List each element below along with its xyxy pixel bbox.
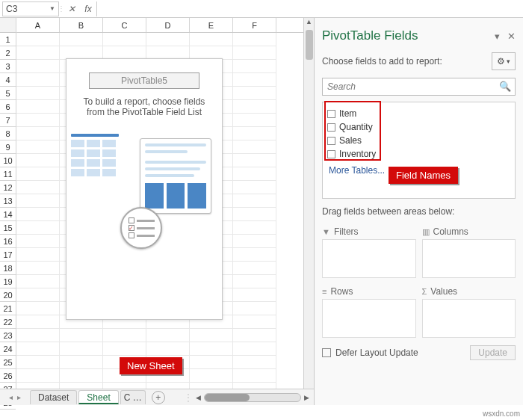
field-search[interactable]: 🔍 (322, 78, 516, 96)
field-item[interactable]: Sales (327, 134, 510, 147)
row-header[interactable]: 21 (0, 302, 16, 315)
column-header[interactable]: A (16, 18, 60, 32)
row-header[interactable]: 25 (0, 356, 16, 369)
field-item[interactable]: Item (327, 107, 510, 120)
nav-prev-icon[interactable]: ◂ (9, 393, 13, 401)
tab-nav[interactable]: ◂ ▸ (0, 393, 30, 401)
update-button[interactable]: Update (470, 345, 516, 360)
scroll-left-icon[interactable]: ◀ (196, 394, 201, 401)
pivottable-placeholder[interactable]: PivotTable5 To build a report, choose fi… (66, 58, 223, 320)
worksheet-area: 1 2 3 4 5 6 7 8 9 10 11 12 13 14 15 16 1… (0, 18, 314, 405)
pivottable-hint: To build a report, choose fields from th… (66, 96, 222, 117)
row-header[interactable]: 16 (0, 235, 16, 248)
field-label: Quantity (339, 122, 373, 132)
defer-layout-checkbox[interactable]: Defer Layout Update (322, 348, 418, 358)
field-item[interactable]: Quantity (327, 120, 510, 134)
tab-sheet[interactable]: Sheet (78, 390, 118, 404)
column-header[interactable]: F (233, 18, 276, 32)
rows-area[interactable]: ≡Rows (322, 284, 416, 338)
row-header[interactable]: 3 (0, 60, 16, 73)
columns-icon: ▥ (422, 227, 430, 237)
row-header[interactable]: 11 (0, 167, 16, 181)
vertical-scrollbar[interactable]: ▲ ▼ (303, 18, 314, 405)
layout-areas: ▼Filters ▥Columns ≡Rows ΣValues (322, 224, 516, 338)
checkbox[interactable] (322, 348, 331, 357)
field-label: Sales (339, 135, 362, 146)
scroll-up-icon[interactable]: ▲ (304, 18, 314, 28)
area-label: Filters (334, 226, 359, 237)
horizontal-scrollbar[interactable] (204, 393, 301, 402)
checkbox[interactable] (327, 110, 335, 118)
settings-button[interactable]: ⚙ ▾ (492, 52, 516, 70)
cells-grid[interactable]: A B C D E F (16, 18, 303, 405)
area-label: Rows (330, 286, 353, 297)
row-header[interactable]: 12 (0, 181, 16, 194)
columns-dropzone[interactable] (422, 239, 516, 278)
field-item[interactable]: Inventory (327, 147, 510, 161)
row-header[interactable]: 9 (0, 140, 16, 154)
close-icon[interactable]: ✕ (507, 31, 516, 42)
column-header[interactable]: E (190, 18, 233, 32)
cancel-icon[interactable]: ✕ (64, 1, 80, 16)
gear-icon: ⚙ (497, 56, 505, 67)
row-header[interactable]: 13 (0, 194, 16, 208)
filters-dropzone[interactable] (322, 239, 416, 278)
rows-dropzone[interactable] (322, 299, 416, 338)
select-all-corner[interactable] (0, 18, 16, 33)
row-header[interactable]: 18 (0, 262, 16, 275)
row-header[interactable]: 4 (0, 73, 16, 87)
row-header[interactable]: 22 (0, 315, 16, 329)
formula-bar: C3 ▼ ⋮ ✕ fx (0, 0, 523, 18)
pivottable-illustration: ✓ (66, 132, 222, 289)
area-label: Values (430, 286, 457, 297)
column-header[interactable]: B (60, 18, 103, 32)
field-label: Inventory (339, 149, 376, 159)
row-header[interactable]: 26 (0, 369, 16, 383)
values-area[interactable]: ΣValues (422, 284, 516, 338)
separator: ⋮ (184, 392, 193, 403)
search-input[interactable] (322, 78, 516, 96)
column-header[interactable]: C (103, 18, 146, 32)
sheet-tab-bar: ◂ ▸ Dataset Sheet C … + ⋮ ◀ ▶ (0, 389, 314, 405)
name-box[interactable]: C3 ▼ (2, 1, 59, 16)
row-header[interactable]: 1 (0, 33, 16, 46)
chevron-down-icon[interactable]: ▼ (49, 5, 55, 12)
checkbox[interactable] (327, 150, 335, 158)
tab-dataset[interactable]: Dataset (30, 390, 77, 404)
panel-dropdown-icon[interactable]: ▾ (495, 31, 500, 42)
columns-area[interactable]: ▥Columns (422, 224, 516, 278)
column-header[interactable]: D (146, 18, 190, 32)
row-headers: 1 2 3 4 5 6 7 8 9 10 11 12 13 14 15 16 1… (0, 18, 16, 405)
row-header[interactable]: 24 (0, 342, 16, 356)
filters-area[interactable]: ▼Filters (322, 224, 416, 278)
sigma-icon: Σ (422, 287, 427, 296)
scroll-thumb[interactable] (306, 30, 313, 60)
formula-input[interactable] (96, 1, 523, 16)
row-header[interactable]: 19 (0, 275, 16, 288)
values-dropzone[interactable] (422, 299, 516, 338)
row-header[interactable]: 14 (0, 208, 16, 221)
row-header[interactable]: 8 (0, 127, 16, 140)
row-header[interactable]: 5 (0, 87, 16, 100)
row-header[interactable]: 7 (0, 114, 16, 127)
fx-icon[interactable]: fx (80, 1, 96, 16)
row-header[interactable]: 20 (0, 288, 16, 302)
field-label: Item (339, 108, 356, 119)
row-header[interactable]: 17 (0, 248, 16, 262)
tab-truncated[interactable]: C … (120, 390, 146, 404)
pivottable-fields-panel: PivotTable Fields ▾ ✕ Choose fields to a… (314, 18, 523, 405)
annotation-field-names: Field Names (389, 167, 458, 184)
row-header[interactable]: 10 (0, 154, 16, 167)
row-header[interactable]: 6 (0, 100, 16, 114)
checkbox[interactable] (327, 137, 335, 145)
add-sheet-button[interactable]: + (152, 391, 165, 404)
row-header[interactable]: 2 (0, 46, 16, 60)
row-header[interactable]: 23 (0, 329, 16, 342)
field-list: Item Quantity Sales Inventory More Table… (322, 102, 516, 199)
row-header[interactable]: 15 (0, 221, 16, 235)
nav-next-icon[interactable]: ▸ (17, 393, 21, 401)
checkbox[interactable] (327, 123, 335, 132)
defer-label: Defer Layout Update (335, 348, 418, 358)
scroll-right-icon[interactable]: ▶ (304, 394, 309, 401)
search-icon[interactable]: 🔍 (499, 81, 511, 92)
